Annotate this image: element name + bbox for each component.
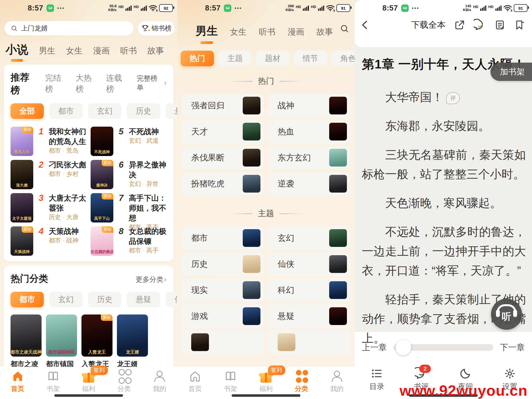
comment-bubble-icon[interactable]: 评: [446, 92, 460, 104]
search-icon[interactable]: [340, 24, 349, 33]
sign-in-badge[interactable]: 签到: [268, 365, 285, 375]
progress-slider[interactable]: [393, 344, 493, 351]
theme-urban[interactable]: 都市: [182, 226, 264, 250]
tab-comic[interactable]: 漫画: [93, 45, 110, 57]
tab-novel[interactable]: 小说: [6, 42, 28, 57]
chip-fantasy[interactable]: 玄幻: [49, 292, 83, 307]
tag-strong-return[interactable]: 强者回归: [182, 94, 264, 117]
tag-decisive[interactable]: 杀伐果断: [182, 146, 264, 169]
book-cover[interactable]: 不死战神: [91, 127, 113, 156]
nav-mine[interactable]: 我的: [322, 370, 352, 393]
book-cover[interactable]: 原创 天策战神: [11, 226, 33, 256]
book-cover[interactable]: 张大彪: [11, 160, 33, 189]
nav-welfare[interactable]: 签到 福利: [73, 370, 104, 393]
book-rank-6[interactable]: 原创 傲神决 6 异界之傲神决 玄幻·异世: [91, 160, 167, 189]
book-rank-8[interactable]: 原创 女总裁的极品保镖 8 女总裁的极品保镖 都市·高手: [91, 226, 167, 256]
book-rank-5[interactable]: 不死战神 5 不死战神 玄幻·武道: [91, 127, 167, 156]
tab-female[interactable]: 女生: [230, 26, 247, 38]
chip-suspense[interactable]: 悬疑: [127, 292, 160, 307]
rank-tab-serial[interactable]: 连载榜: [106, 73, 129, 95]
home-indicator[interactable]: [232, 394, 300, 397]
theme-reality[interactable]: 现实: [182, 278, 264, 302]
chip-fantasy[interactable]: 玄幻: [88, 103, 121, 119]
rank-tab-trending[interactable]: 大热榜: [76, 73, 99, 95]
chip-history[interactable]: 历史: [88, 292, 121, 307]
theme-scifi[interactable]: 科幻: [268, 278, 350, 302]
home-indicator[interactable]: [54, 394, 123, 397]
book-cover[interactable]: 太子太嚣张: [11, 193, 33, 222]
tag-partial[interactable]: [268, 331, 350, 354]
listen-audio-button[interactable]: 听: [491, 299, 522, 330]
chip-suspense[interactable]: 悬疑: [166, 103, 177, 119]
theme-game[interactable]: 游戏: [182, 305, 264, 328]
add-to-shelf-button[interactable]: 加书架: [490, 63, 532, 81]
book-cover[interactable]: 原创 傲神决: [91, 160, 113, 189]
theme-fantasy[interactable]: 玄幻: [268, 226, 350, 250]
chip-all[interactable]: 全部: [11, 103, 44, 119]
rank-tab-recommend[interactable]: 推荐榜: [11, 71, 38, 97]
jinshu-rank-button[interactable]: ★ 锦书榜: [138, 21, 175, 35]
chip-urban[interactable]: 都市: [11, 292, 44, 307]
book-rank-3[interactable]: 太子太嚣张 3 大唐太子太嚣张 历史·大唐: [11, 193, 87, 222]
chip-urban[interactable]: 都市: [49, 103, 83, 119]
theme-history[interactable]: 历史: [182, 252, 264, 276]
tag-counterattack[interactable]: 逆袭: [268, 172, 350, 195]
theme-suspense[interactable]: 悬疑: [268, 305, 350, 328]
search-input[interactable]: 上门龙婿: [4, 21, 134, 35]
chip-history[interactable]: 历史: [127, 103, 160, 119]
tab-male[interactable]: 男生: [196, 23, 218, 39]
nav-mine[interactable]: 我的: [144, 370, 175, 393]
chip-theme[interactable]: 主题: [218, 51, 252, 66]
comment-check-icon[interactable]: [474, 19, 486, 31]
gear-icon: [503, 367, 516, 380]
tag-eastern-fantasy[interactable]: 东方玄幻: [268, 146, 350, 169]
tag-genius[interactable]: 天才: [182, 120, 264, 143]
tag-hot-blood[interactable]: 热血: [268, 120, 350, 143]
tab-female[interactable]: 女生: [66, 45, 83, 57]
network-speed: 145KB/s: [463, 4, 471, 12]
book-rank-4[interactable]: 原创 天策战神 4 天策战神 都市·战神: [11, 226, 87, 256]
chip-xianxia[interactable]: 仙侠: [166, 292, 177, 307]
bookmark-icon[interactable]: [514, 19, 525, 30]
nav-categories[interactable]: 分类: [286, 370, 317, 393]
share-icon[interactable]: [454, 19, 466, 31]
wifi-icon: 6: [503, 4, 512, 12]
book-title: 异界之傲神决: [129, 161, 166, 179]
book-title: 高手下山：师姐，我不想: [129, 194, 166, 222]
tab-story[interactable]: 故事: [147, 45, 164, 57]
book-cover[interactable]: 原创 高手下山: [91, 193, 113, 222]
book-rank-1[interactable]: 原创 荒岛人生 1 我和女神们的荒岛人生 都市·荒岛: [11, 127, 87, 156]
sign-in-badge[interactable]: 签到: [91, 365, 108, 375]
back-button[interactable]: [360, 19, 371, 30]
book-rank-2[interactable]: 张大彪 2 刁民张大彪 都市·乡村: [11, 160, 87, 189]
chip-hot[interactable]: 热门: [181, 51, 214, 66]
tab-comic[interactable]: 漫画: [288, 26, 304, 38]
nav-toc[interactable]: 目录: [362, 367, 392, 392]
tab-audio[interactable]: 听书: [120, 45, 137, 57]
nav-bookshelf[interactable]: 书架: [38, 370, 68, 393]
chip-plot[interactable]: 情节: [294, 51, 327, 66]
tab-male[interactable]: 男生: [39, 45, 55, 57]
book-cover[interactable]: 原创 荒岛人生: [11, 127, 33, 156]
nav-welfare[interactable]: 签到 福利: [251, 370, 281, 393]
tab-audio[interactable]: 听书: [259, 26, 275, 38]
chip-genre[interactable]: 题材: [256, 51, 289, 66]
nav-home[interactable]: 首页: [2, 370, 33, 393]
tag-hidden-tiger[interactable]: 扮猪吃虎: [182, 172, 264, 195]
tag-war-god[interactable]: 战神: [268, 94, 350, 117]
nav-categories[interactable]: 分类: [109, 370, 139, 393]
book-cover[interactable]: 原创 女总裁的极品保镖: [91, 226, 113, 256]
nav-bookshelf[interactable]: 书架: [215, 370, 246, 393]
more-categories-link[interactable]: 更多分类›: [136, 275, 167, 284]
nav-home[interactable]: 首页: [180, 370, 210, 393]
rank-tab-finished[interactable]: 完结榜: [45, 73, 68, 95]
tab-story[interactable]: 故事: [316, 26, 333, 38]
tag-partial[interactable]: [182, 331, 264, 354]
full-rank-link[interactable]: 完整榜单›: [137, 74, 167, 92]
chip-role[interactable]: 角色: [331, 51, 355, 66]
theme-xianxia[interactable]: 仙侠: [268, 252, 350, 276]
report-doc-icon[interactable]: [494, 19, 505, 30]
book-rank-7[interactable]: 原创 高手下山 7 高手下山：师姐，我不想 都市·高手: [91, 193, 167, 222]
download-full-book-button[interactable]: 下载全本: [411, 19, 446, 31]
slider-thumb[interactable]: [396, 340, 411, 355]
